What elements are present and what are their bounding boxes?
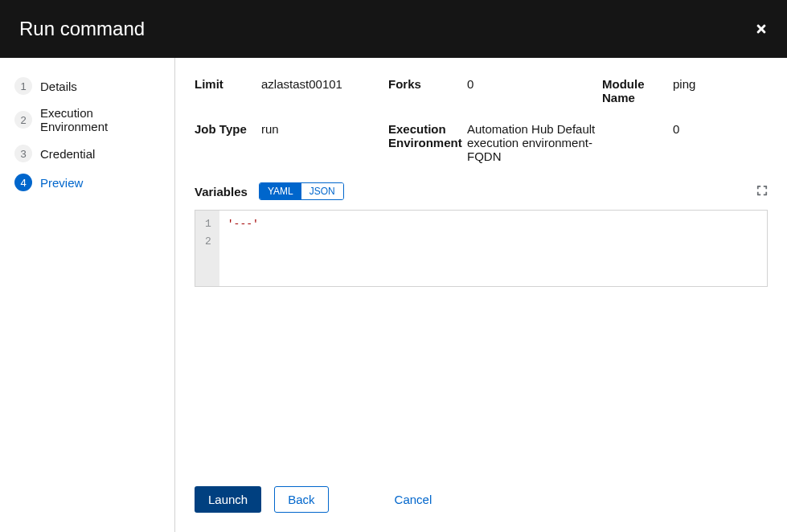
step-label: Preview <box>40 176 83 190</box>
extra-value: 0 <box>673 122 768 136</box>
forks-label: Forks <box>388 77 461 91</box>
line-number: 1 <box>205 215 211 233</box>
toggle-json[interactable]: JSON <box>301 183 343 199</box>
forks-value: 0 <box>467 77 596 91</box>
expand-button[interactable] <box>756 185 768 198</box>
step-number: 4 <box>14 174 32 191</box>
close-button[interactable] <box>755 23 768 35</box>
step-label: Credential <box>40 147 95 161</box>
details-grid: Limit azlastast00101 Forks 0 Module Name… <box>195 77 768 163</box>
cancel-button[interactable]: Cancel <box>382 487 445 512</box>
modal-header: Run command <box>0 0 787 58</box>
wizard-step-execution-environment[interactable]: 2 Execution Environment <box>14 106 162 133</box>
format-toggle: YAML JSON <box>259 182 344 200</box>
step-label: Details <box>40 80 77 93</box>
toggle-yaml[interactable]: YAML <box>260 183 301 199</box>
variables-row: Variables YAML JSON <box>195 182 768 200</box>
module-name-value: ping <box>673 77 768 91</box>
variables-editor[interactable]: 1 2 '---' <box>195 210 768 287</box>
wizard-step-details[interactable]: 1 Details <box>14 77 162 95</box>
step-number: 2 <box>14 111 32 129</box>
editor-gutter: 1 2 <box>195 211 219 286</box>
back-button[interactable]: Back <box>274 486 328 513</box>
wizard-footer: Launch Back Cancel <box>195 480 768 513</box>
line-number: 2 <box>205 233 211 251</box>
step-number: 1 <box>14 77 32 95</box>
launch-button[interactable]: Launch <box>195 486 261 513</box>
wizard-step-credential[interactable]: 3 Credential <box>14 145 162 162</box>
limit-value: azlastast00101 <box>261 77 382 91</box>
close-icon <box>755 23 768 35</box>
variables-label: Variables <box>195 185 248 198</box>
editor-content[interactable]: '---' <box>219 211 767 286</box>
code-line: '---' <box>227 215 759 233</box>
expand-icon <box>756 185 768 196</box>
module-name-label: Module Name <box>602 77 666 104</box>
job-type-value: run <box>261 122 382 136</box>
wizard-sidebar: 1 Details 2 Execution Environment 3 Cred… <box>0 58 175 532</box>
wizard-step-preview[interactable]: 4 Preview <box>14 174 162 191</box>
step-label: Execution Environment <box>40 106 162 133</box>
exec-env-label: Execution Environment <box>388 122 461 149</box>
limit-label: Limit <box>195 77 255 91</box>
job-type-label: Job Type <box>195 122 255 136</box>
modal-body: 1 Details 2 Execution Environment 3 Cred… <box>0 58 787 532</box>
step-number: 3 <box>14 145 32 162</box>
main-content: Limit azlastast00101 Forks 0 Module Name… <box>175 58 787 532</box>
exec-env-value: Automation Hub Default execution environ… <box>467 122 596 163</box>
modal-title: Run command <box>19 18 145 40</box>
